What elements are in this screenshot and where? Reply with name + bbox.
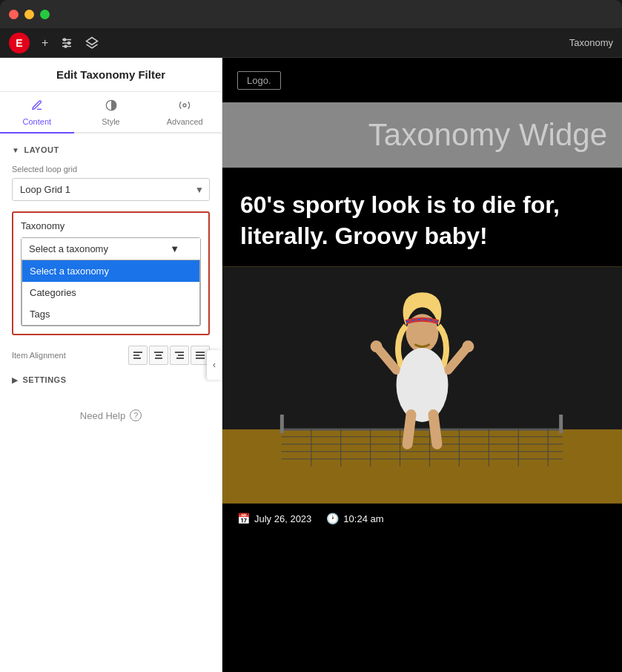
align-btn-3[interactable] [170, 346, 189, 365]
svg-point-43 [371, 340, 383, 352]
svg-point-8 [183, 104, 186, 107]
taxonomy-label: Taxonomy [569, 37, 613, 48]
taxonomy-box: Taxonomy Select a taxonomy ▼ Select a ta… [12, 211, 210, 335]
svg-rect-22 [222, 429, 622, 504]
tab-advanced[interactable]: Advanced [148, 92, 222, 134]
taxonomy-option-tags[interactable]: Tags [22, 303, 199, 325]
tab-advanced-label: Advanced [167, 117, 203, 126]
svg-line-46 [408, 415, 411, 444]
svg-line-47 [433, 415, 437, 444]
layers-button[interactable] [85, 36, 99, 50]
right-canvas: Logo. Taxonomy Widge 60's sporty look is… [222, 58, 622, 672]
svg-rect-15 [175, 352, 184, 353]
settings-arrow-icon: ▶ [12, 376, 19, 384]
settings-section: ▶ Settings [12, 375, 210, 384]
taxonomy-box-label: Taxonomy [21, 220, 201, 231]
taxonomy-dropdown-selected[interactable]: Select a taxonomy ▼ [21, 238, 200, 260]
taxonomy-option-categories[interactable]: Categories [22, 282, 199, 303]
taxonomy-dropdown: Select a taxonomy ▼ Select a taxonomy Ca… [21, 237, 201, 326]
widget-title: Taxonomy Widge [237, 117, 607, 153]
close-button[interactable] [9, 10, 19, 19]
taxonomy-selected-text: Select a taxonomy [29, 243, 108, 254]
article-time: 10:24 am [343, 513, 383, 524]
calendar-icon: 📅 [237, 513, 250, 524]
svg-rect-20 [196, 358, 205, 359]
tab-style[interactable]: Style [74, 92, 148, 134]
need-help-text: Need Help [80, 410, 125, 421]
need-help[interactable]: Need Help ? [12, 395, 210, 436]
tab-content-label: Content [23, 117, 52, 126]
svg-rect-19 [196, 355, 205, 356]
item-alignment-row: Item Alignment [12, 346, 210, 365]
panel-header: Edit Taxonomy Filter [0, 58, 222, 92]
svg-rect-11 [133, 358, 141, 359]
layout-section-header[interactable]: ▼ Layout [12, 145, 210, 154]
loop-grid-label: Selected loop grid [12, 165, 210, 174]
svg-rect-18 [196, 352, 205, 353]
tennis-area [222, 266, 622, 504]
loop-grid-field: Selected loop grid Loop Grid 1 ▼ [12, 165, 210, 201]
taxonomy-option-select[interactable]: Select a taxonomy [22, 260, 199, 282]
svg-rect-17 [176, 358, 184, 359]
canvas-top: Logo. [222, 58, 622, 102]
window-chrome [0, 0, 622, 28]
layout-section-title: Layout [24, 145, 59, 154]
left-panel: Edit Taxonomy Filter Content [0, 58, 222, 672]
align-btn-1[interactable] [128, 346, 148, 365]
logo-placeholder: Logo. [237, 71, 281, 90]
settings-section-title: Settings [23, 375, 67, 384]
fullscreen-button[interactable] [40, 10, 50, 19]
alignment-buttons [128, 346, 210, 365]
align-btn-2[interactable] [149, 346, 168, 365]
svg-point-3 [64, 39, 66, 41]
taxonomy-dropdown-list: Select a taxonomy Categories Tags [21, 260, 200, 326]
tab-style-label: Style [102, 117, 119, 126]
panel-content: ▼ Layout Selected loop grid Loop Grid 1 … [0, 134, 222, 672]
top-toolbar: E + Taxonomy [0, 28, 622, 58]
layout-arrow-icon: ▼ [12, 146, 19, 154]
svg-rect-25 [559, 415, 563, 433]
customize-button[interactable] [60, 36, 73, 50]
svg-rect-14 [155, 358, 162, 359]
main-layout: Edit Taxonomy Filter Content [0, 58, 622, 672]
taxonomy-dropdown-arrow-icon: ▼ [170, 243, 179, 254]
tab-content[interactable]: Content [0, 92, 74, 134]
collapse-panel-button[interactable]: ‹ [207, 350, 222, 380]
svg-rect-13 [156, 355, 162, 356]
date-bar: 📅 July 26, 2023 🕐 10:24 am [222, 504, 622, 533]
item-alignment-label: Item Alignment [12, 351, 128, 360]
article-area: 60's sporty look is to die for, literall… [222, 168, 622, 266]
article-heading: 60's sporty look is to die for, literall… [240, 190, 604, 251]
svg-marker-6 [87, 37, 98, 45]
help-circle-icon: ? [130, 409, 142, 421]
loop-grid-select-wrapper: Loop Grid 1 ▼ [12, 178, 210, 201]
svg-rect-16 [178, 355, 184, 356]
widget-title-area: Taxonomy Widge [222, 102, 622, 168]
svg-point-5 [64, 45, 67, 47]
clock-icon: 🕐 [326, 513, 339, 524]
panel-tabs: Content Style Advanced [0, 92, 222, 134]
elementor-logo[interactable]: E [9, 33, 30, 53]
svg-rect-10 [133, 355, 139, 356]
tennis-scene-svg [222, 266, 622, 504]
article-date: July 26, 2023 [254, 513, 311, 524]
svg-point-4 [68, 42, 70, 44]
svg-rect-12 [154, 352, 163, 353]
advanced-tab-icon [179, 99, 191, 114]
collapse-icon: ‹ [213, 360, 216, 370]
style-tab-icon [105, 99, 117, 114]
minimize-button[interactable] [24, 10, 34, 19]
svg-rect-24 [280, 415, 284, 433]
date-item: 📅 July 26, 2023 [237, 513, 311, 524]
content-tab-icon [31, 99, 43, 114]
loop-grid-select[interactable]: Loop Grid 1 [12, 178, 210, 201]
time-item: 🕐 10:24 am [326, 513, 383, 524]
panel-title: Edit Taxonomy Filter [12, 68, 210, 81]
svg-rect-9 [133, 352, 142, 353]
add-button[interactable]: + [42, 36, 48, 50]
settings-section-header[interactable]: ▶ Settings [12, 375, 210, 384]
svg-point-45 [399, 348, 446, 415]
svg-point-44 [462, 340, 474, 352]
